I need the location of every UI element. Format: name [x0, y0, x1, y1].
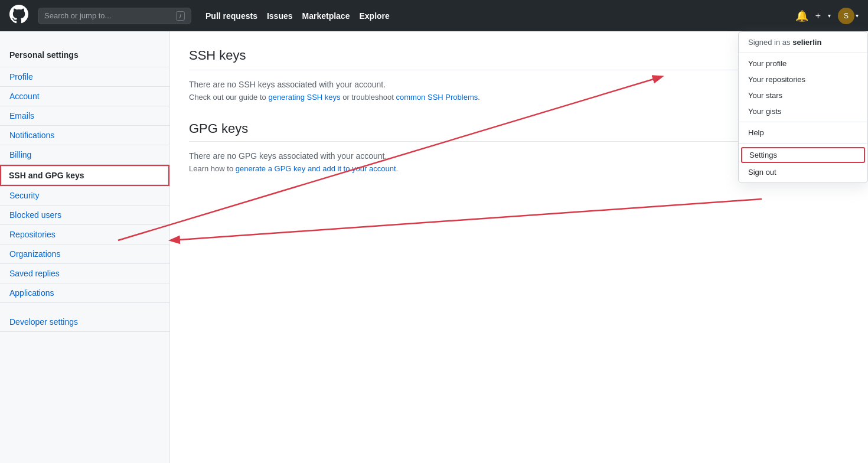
generating-ssh-link[interactable]: generating SSH keys [268, 93, 340, 102]
ssh-help-prefix: Check out our guide to [189, 93, 268, 102]
ssh-help-middle: or troubleshoot [341, 93, 396, 102]
top-navigation: Search or jump to... / Pull requests Iss… [0, 0, 868, 31]
sidebar-item-security[interactable]: Security [0, 186, 169, 206]
explore-link[interactable]: Explore [359, 11, 389, 21]
user-dropdown-menu: Signed in as selierlin Your profile Your… [738, 31, 868, 183]
sidebar-item-account[interactable]: Account [0, 87, 169, 106]
sidebar-item-repos[interactable]: Repositories [0, 225, 169, 244]
personal-settings-header: Personal settings [0, 43, 169, 67]
dropdown-username: selierlin [792, 38, 821, 47]
sidebar-item-notifications[interactable]: Notifications [0, 126, 169, 145]
avatar[interactable]: S [838, 8, 854, 24]
settings-item[interactable]: Settings [741, 147, 865, 163]
dropdown-section-2: Help [739, 122, 867, 144]
issues-link[interactable]: Issues [267, 11, 293, 21]
topnav-right: 🔔 + ▾ S ▾ [795, 8, 859, 24]
gpg-help-suffix: . [396, 164, 399, 173]
sidebar-item-blocked[interactable]: Blocked users [0, 206, 169, 225]
notifications-bell-icon[interactable]: 🔔 [795, 9, 808, 22]
nav-links: Pull requests Issues Marketplace Explore [205, 11, 390, 21]
user-menu-trigger[interactable]: S ▾ [838, 8, 859, 24]
help-item[interactable]: Help [739, 125, 867, 141]
your-profile-item[interactable]: Your profile [739, 56, 867, 71]
pull-requests-link[interactable]: Pull requests [205, 11, 257, 21]
sidebar-item-apps[interactable]: Applications [0, 283, 169, 303]
ssh-help-suffix: . [478, 93, 480, 102]
gpg-guide-link[interactable]: generate a GPG key and add it to your ac… [236, 164, 396, 173]
ssh-problems-link[interactable]: common SSH Problems [396, 93, 478, 102]
dropdown-header: Signed in as selierlin [739, 32, 867, 53]
dropdown-section-3: Settings Sign out [739, 144, 867, 182]
sidebar-item-dev[interactable]: Developer settings [0, 312, 169, 332]
search-placeholder-text: Search or jump to... [44, 11, 111, 20]
your-gists-item[interactable]: Your gists [739, 103, 867, 119]
sidebar-item-orgs[interactable]: Organizations [0, 244, 169, 264]
user-caret-icon[interactable]: ▾ [856, 12, 859, 19]
gpg-section-title: GPG keys [189, 121, 248, 136]
sidebar-item-ssh-gpg[interactable]: SSH and GPG keys [0, 165, 169, 186]
avatar-initial: S [838, 8, 854, 24]
dropdown-section-1: Your profile Your repositories Your star… [739, 53, 867, 122]
sidebar: Personal settings Profile Account Emails… [0, 31, 170, 463]
signed-in-text: Signed in as [748, 38, 791, 47]
sidebar-item-saved[interactable]: Saved replies [0, 264, 169, 283]
your-stars-item[interactable]: Your stars [739, 87, 867, 103]
sidebar-item-emails[interactable]: Emails [0, 106, 169, 126]
slash-badge: / [176, 11, 185, 21]
gpg-help-prefix: Learn how to [189, 164, 236, 173]
sidebar-item-profile[interactable]: Profile [0, 67, 169, 87]
sidebar-item-billing[interactable]: Billing [0, 145, 169, 165]
plus-caret-icon[interactable]: ▾ [828, 12, 831, 19]
plus-icon[interactable]: + [815, 11, 821, 21]
search-bar[interactable]: Search or jump to... / [38, 8, 191, 24]
github-logo-icon[interactable] [9, 5, 28, 27]
ssh-section-title: SSH keys [189, 48, 246, 63]
marketplace-link[interactable]: Marketplace [302, 11, 350, 21]
signout-item[interactable]: Sign out [739, 164, 867, 180]
your-repos-item[interactable]: Your repositories [739, 71, 867, 87]
